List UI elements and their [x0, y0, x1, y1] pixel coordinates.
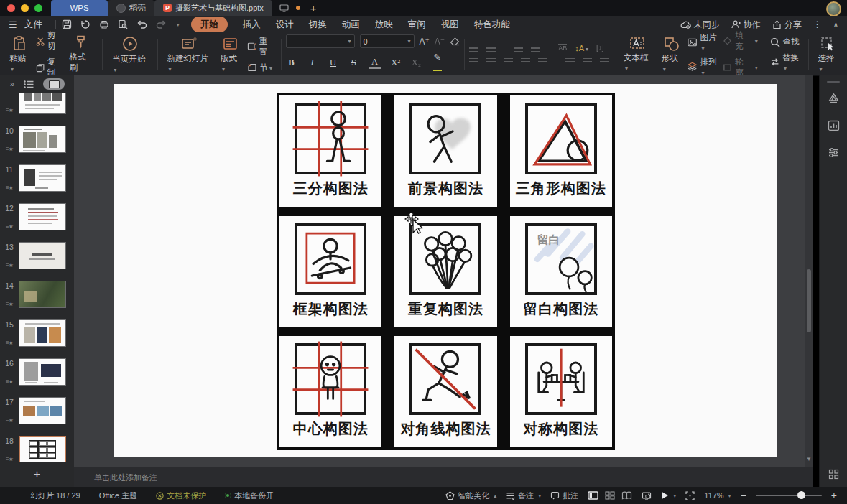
menu-tab-home[interactable]: 开始 [191, 17, 228, 32]
scrollbar-thumb[interactable] [807, 269, 811, 332]
slide-thumbnail-partial[interactable]: ≡★ [0, 93, 74, 114]
expand-panel-icon[interactable]: » [10, 80, 14, 88]
zoom-out-button[interactable]: − [741, 490, 746, 501]
menu-tab-insert[interactable]: 插入 [243, 19, 261, 31]
menu-tab-design[interactable]: 设计 [276, 19, 294, 31]
highlight-color-button[interactable]: ✎ [432, 52, 443, 74]
textbox-button[interactable]: 文本框▾ [619, 35, 657, 73]
menu-tab-special-features[interactable]: 特色功能 [474, 19, 510, 31]
play-slideshow-button[interactable] [661, 491, 669, 500]
slide-thumbnail[interactable] [19, 397, 66, 424]
collaboration-button[interactable]: 协作 [731, 19, 761, 31]
font-size-combobox[interactable]: 0▾ [360, 34, 415, 48]
monitor-icon[interactable] [279, 4, 289, 12]
theme-label[interactable]: Office 主题 [99, 490, 138, 501]
play-from-current-button[interactable]: 当页开始▾ [107, 34, 152, 75]
paragraph-spacing-icon[interactable] [600, 58, 609, 65]
sync-status-button[interactable]: 未同步 [680, 19, 720, 31]
editing-canvas[interactable]: 三分构图法 前景构图法 [74, 75, 813, 467]
undo-icon[interactable] [136, 20, 147, 29]
menu-tab-view[interactable]: 视图 [441, 19, 459, 31]
play-options-dropdown-icon[interactable]: ▾ [673, 493, 676, 499]
slide-thumbnail-17[interactable]: 17≡★ [0, 397, 74, 424]
arrange-button[interactable]: 排列▾ [688, 57, 720, 76]
menu-tab-slideshow[interactable]: 放映 [375, 19, 393, 31]
align-right-icon[interactable] [504, 58, 513, 65]
font-family-combobox[interactable]: ▾ [286, 34, 355, 48]
export-slideshow-icon[interactable] [642, 491, 652, 500]
slide-sorter-view-button[interactable] [605, 491, 615, 500]
zoom-slider-knob[interactable] [797, 491, 805, 499]
composition-grid-image[interactable]: 三分构图法 前景构图法 [277, 93, 615, 450]
fullscreen-window-button[interactable] [34, 4, 42, 12]
bold-button[interactable]: B [286, 57, 297, 68]
new-tab-button[interactable]: + [310, 2, 317, 14]
minimize-window-button[interactable] [21, 4, 29, 12]
paste-button[interactable]: 粘贴▾ [4, 34, 34, 74]
slide-thumbnail[interactable] [19, 319, 66, 347]
more-options-icon[interactable]: ⋮ [813, 19, 822, 29]
column-spacing-icon[interactable] [565, 58, 575, 65]
decrease-indent-icon[interactable] [514, 45, 523, 52]
layout-button[interactable]: 版式▾ [216, 35, 246, 74]
notes-area[interactable]: 单击此处添加备注 [74, 467, 813, 487]
text-align-box-icon[interactable]: [↕] [596, 44, 604, 52]
slide-thumbnail-15[interactable]: 15≡★ [0, 319, 74, 347]
app-grid-icon[interactable] [828, 469, 839, 480]
clear-format-eraser-icon[interactable] [450, 37, 460, 46]
tab-docer[interactable]: 稻壳 [108, 0, 154, 16]
align-center-icon[interactable] [486, 58, 496, 65]
normal-view-button[interactable] [588, 491, 598, 500]
increase-indent-icon[interactable] [531, 45, 540, 52]
slide-thumbnail-13[interactable]: 13≡★ [0, 242, 74, 269]
outline-view-icon[interactable] [24, 80, 34, 88]
tab-document[interactable]: P 摄影艺术与基础构图.pptx [154, 0, 272, 16]
smart-beautify-button[interactable]: 智能美化 ▴ [445, 490, 496, 501]
line-spacing-icon[interactable]: ↕A▾ [575, 44, 588, 52]
slide-thumbnail-11[interactable]: 11≡★ [0, 164, 74, 192]
redo-icon[interactable] [156, 20, 167, 29]
select-button[interactable]: 选择▾ [813, 35, 843, 74]
zoom-level-display[interactable]: 117% ▾ [704, 491, 731, 500]
comments-button[interactable]: 批注 [550, 490, 578, 501]
menu-tab-animation[interactable]: 动画 [342, 19, 360, 31]
character-border-button[interactable]: A [369, 57, 381, 69]
slide-thumbnail[interactable] [19, 358, 66, 386]
increase-font-size-button[interactable]: A⁺ [420, 37, 430, 47]
local-backup-status[interactable]: 本地备份开 [225, 490, 274, 501]
menu-file[interactable]: 文件 [24, 19, 42, 31]
add-slide-button[interactable]: + [0, 462, 74, 487]
replace-button[interactable]: 替换▾ [770, 52, 802, 72]
output-icon[interactable] [80, 19, 91, 29]
chart-panel-icon[interactable] [828, 120, 840, 131]
superscript-button[interactable]: X² [390, 57, 402, 68]
zoom-in-button[interactable]: + [831, 490, 837, 501]
menu-tab-review[interactable]: 审阅 [408, 19, 426, 31]
section-button[interactable]: 节▾ [247, 62, 275, 73]
reading-view-button[interactable] [621, 491, 632, 500]
print-icon[interactable] [99, 19, 109, 29]
menu-tab-transition[interactable]: 切换 [309, 19, 327, 31]
slide-thumbnail-16[interactable]: 16≡★ [0, 358, 74, 386]
canvas-scrollbar[interactable]: ▼ [805, 75, 813, 467]
print-preview-icon[interactable] [118, 19, 128, 29]
slide-thumbnail[interactable] [19, 164, 66, 192]
slide-thumbnail[interactable] [19, 436, 66, 462]
underline-button[interactable]: U [328, 57, 339, 68]
scroll-down-arrow[interactable]: ▼ [806, 456, 812, 462]
decrease-font-size-button[interactable]: A⁻ [435, 37, 445, 47]
tab-wps-home[interactable]: WPS [51, 0, 108, 16]
slide-thumbnail-10[interactable]: 10≡★ [0, 126, 74, 153]
slide-thumbnail-14[interactable]: 14≡★ [0, 281, 74, 308]
shapes-button[interactable]: 形状▾ [657, 35, 687, 74]
numbered-list-icon[interactable] [486, 45, 496, 52]
slide-thumbnail[interactable] [19, 203, 66, 230]
text-direction-icon[interactable]: AB [558, 44, 567, 52]
thumbnail-view-toggle[interactable] [43, 78, 65, 90]
zoom-slider[interactable] [756, 495, 822, 497]
slide-thumbnail[interactable] [19, 126, 66, 153]
slide-18-canvas[interactable]: 三分构图法 前景构图法 [114, 84, 777, 457]
cut-button[interactable]: 剪切 [36, 30, 63, 52]
document-protection-status[interactable]: 文档未保护 [156, 490, 206, 501]
collapse-ribbon-icon[interactable]: ∧ [833, 21, 838, 29]
